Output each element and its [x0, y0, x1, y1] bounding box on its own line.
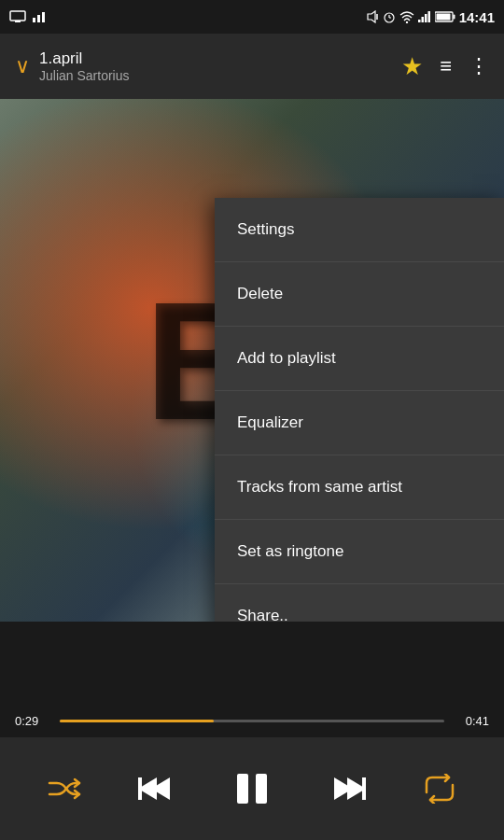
- menu-item-settings[interactable]: Settings: [215, 198, 504, 262]
- mute-icon: [366, 10, 379, 23]
- menu-button[interactable]: ≡: [440, 54, 452, 78]
- svg-rect-1: [15, 21, 21, 22]
- top-bar: ∨ 1.april Julian Sartorius ★ ≡ ⋮: [0, 34, 504, 99]
- menu-item-set-as-ringtone[interactable]: Set as ringtone: [215, 520, 504, 584]
- status-bar: 14:41: [0, 0, 504, 34]
- svg-rect-21: [237, 774, 248, 804]
- svg-rect-3: [37, 15, 40, 22]
- svg-rect-20: [138, 777, 142, 800]
- album-art-area: BQ Settings Delete Add to playlist Equal…: [0, 99, 504, 622]
- play-pause-button[interactable]: [222, 759, 282, 819]
- more-options-button[interactable]: ⋮: [469, 54, 489, 78]
- alarm-icon: [383, 10, 396, 23]
- progress-area: 0:29 0:41: [0, 714, 504, 728]
- clock-display: 14:41: [459, 9, 495, 25]
- controls-bar: [0, 737, 504, 840]
- svg-rect-14: [427, 11, 430, 22]
- context-menu: Settings Delete Add to playlist Equalize…: [215, 198, 504, 622]
- svg-rect-22: [256, 774, 267, 804]
- svg-rect-0: [10, 11, 25, 21]
- collapse-button[interactable]: ∨: [15, 54, 30, 78]
- svg-rect-4: [42, 12, 45, 22]
- wifi-icon: [399, 10, 414, 23]
- battery-icon: [435, 11, 455, 22]
- favorite-button[interactable]: ★: [401, 52, 423, 81]
- menu-item-tracks-from-same-artist[interactable]: Tracks from same artist: [215, 455, 504, 520]
- cell-signal-icon: [418, 10, 431, 23]
- repeat-button[interactable]: [415, 764, 464, 813]
- svg-rect-16: [453, 15, 455, 20]
- total-time: 0:41: [455, 714, 489, 728]
- menu-item-share[interactable]: Share..: [215, 584, 504, 622]
- status-left-icons: [9, 10, 49, 23]
- screen-icon: [9, 10, 26, 23]
- song-title: 1.april: [39, 49, 130, 68]
- progress-track[interactable]: [60, 720, 444, 722]
- svg-rect-13: [425, 14, 427, 22]
- svg-rect-11: [418, 20, 421, 22]
- svg-rect-2: [33, 18, 35, 22]
- menu-item-equalizer[interactable]: Equalizer: [215, 391, 504, 455]
- signal-bars-icon: [32, 10, 49, 23]
- next-button[interactable]: [325, 764, 373, 813]
- top-bar-left: ∨ 1.april Julian Sartorius: [15, 49, 130, 83]
- svg-marker-5: [368, 11, 375, 22]
- status-right-icons: 14:41: [366, 9, 495, 25]
- menu-item-add-to-playlist[interactable]: Add to playlist: [215, 327, 504, 391]
- progress-fill: [60, 720, 214, 722]
- track-info: 1.april Julian Sartorius: [39, 49, 130, 83]
- svg-point-10: [405, 21, 407, 23]
- previous-button[interactable]: [131, 764, 179, 813]
- artist-name: Julian Sartorius: [39, 68, 130, 83]
- shuffle-button[interactable]: [40, 764, 89, 813]
- svg-rect-25: [362, 777, 366, 800]
- top-bar-right: ★ ≡ ⋮: [401, 52, 489, 81]
- current-time: 0:29: [15, 714, 49, 728]
- svg-rect-17: [436, 14, 450, 21]
- svg-rect-12: [421, 17, 424, 22]
- menu-item-delete[interactable]: Delete: [215, 262, 504, 327]
